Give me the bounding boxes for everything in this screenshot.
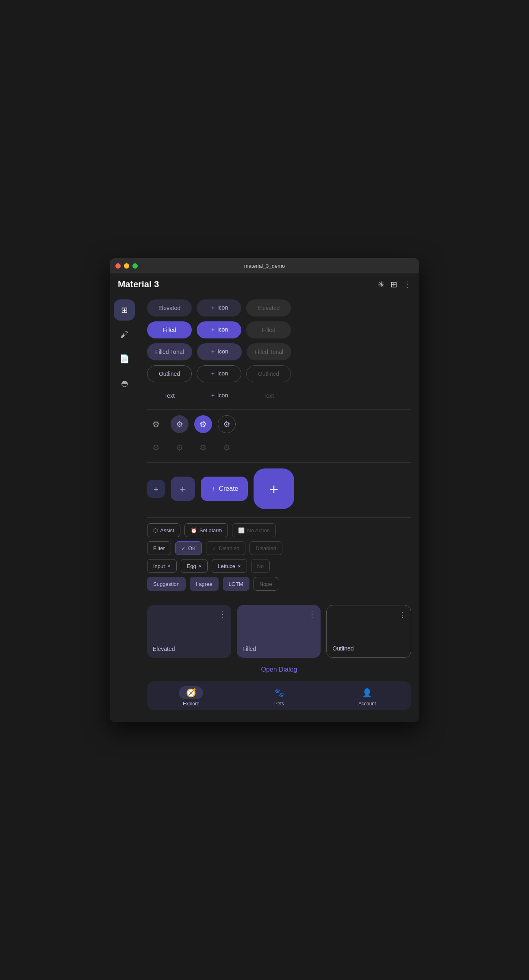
egg-close-icon[interactable]: × bbox=[199, 563, 202, 569]
set-alarm-label: Set alarm bbox=[199, 527, 222, 533]
open-dialog-button[interactable]: Open Dialog bbox=[261, 666, 297, 673]
input-label: Input bbox=[153, 563, 165, 569]
fab-small[interactable]: ＋ bbox=[147, 480, 165, 498]
app-header: Material 3 ✳ ⊞ ⋮ bbox=[110, 273, 419, 295]
filled-button[interactable]: Filled bbox=[147, 321, 192, 338]
pets-icon-wrap: 🐾 bbox=[267, 686, 291, 699]
filter-chip[interactable]: Filter bbox=[147, 541, 171, 555]
icon-btn-outlined-disabled: ⚙ bbox=[218, 439, 236, 457]
button-row-outlined: Outlined ＋ Icon Outlined bbox=[147, 365, 411, 382]
card-outlined[interactable]: ⋮ Outlined bbox=[326, 605, 411, 658]
paintbrush-icon: 🖌 bbox=[120, 330, 128, 339]
lettuce-chip[interactable]: Lettuce × bbox=[212, 559, 247, 573]
text-button[interactable]: Text bbox=[147, 387, 192, 404]
sidebar-item-document[interactable]: 📄 bbox=[114, 348, 135, 369]
card-elevated[interactable]: ⋮ Elevated bbox=[147, 605, 231, 658]
icon-button-row-1: ⚙ ⚙ ⚙ ⚙ bbox=[147, 415, 411, 433]
compass-icon: 🧭 bbox=[186, 688, 196, 698]
input-close-icon[interactable]: × bbox=[167, 563, 171, 569]
egg-chip[interactable]: Egg × bbox=[181, 559, 208, 573]
bottom-navigation: 🧭 Explore 🐾 Pets 👤 Account bbox=[147, 681, 411, 710]
assist-chip[interactable]: ⬡ Assist bbox=[147, 523, 180, 537]
maximize-button[interactable] bbox=[132, 263, 138, 269]
chip-row-suggestion: Suggestion I agree LGTM Nope bbox=[147, 577, 411, 591]
set-alarm-chip[interactable]: ⏰ Set alarm bbox=[184, 523, 228, 537]
button-section: Elevated ＋ Icon Elevated Filled ＋ Icon F… bbox=[147, 299, 411, 404]
i-agree-chip[interactable]: I agree bbox=[190, 577, 218, 591]
bottom-nav-explore[interactable]: 🧭 Explore bbox=[147, 686, 235, 707]
titlebar-buttons bbox=[115, 263, 138, 269]
text-disabled-button: Text bbox=[246, 387, 291, 404]
card-outlined-label: Outlined bbox=[332, 645, 405, 652]
divider-1 bbox=[147, 409, 411, 410]
chip-row-assist: ⬡ Assist ⏰ Set alarm ⬜ No Action bbox=[147, 523, 411, 537]
button-row-filled-tonal: Filled Tonal ＋ Icon Filled Tonal bbox=[147, 343, 411, 360]
app-layout: ⊞ 🖌 📄 ◓ Elevated ＋ Icon Elevated bbox=[110, 295, 419, 722]
explore-label: Explore bbox=[183, 701, 199, 707]
button-row-filled: Filled ＋ Icon Filled bbox=[147, 321, 411, 338]
assist-chip-icon: ⬡ bbox=[153, 527, 158, 533]
disabled-check-label: Disabled bbox=[219, 545, 240, 551]
elevated-button[interactable]: Elevated bbox=[147, 299, 192, 317]
ok-label: OK bbox=[188, 545, 196, 551]
explore-icon-wrap: 🧭 bbox=[179, 686, 203, 699]
lgtm-chip[interactable]: LGTM bbox=[223, 577, 249, 591]
divider-4 bbox=[147, 599, 411, 599]
pets-label: Pets bbox=[274, 701, 284, 707]
sidebar-item-color[interactable]: ◓ bbox=[114, 373, 135, 394]
assist-chip-label: Assist bbox=[160, 527, 174, 533]
chips-section: ⬡ Assist ⏰ Set alarm ⬜ No Action Fi bbox=[147, 523, 411, 591]
icon-btn-standard[interactable]: ⚙ bbox=[147, 415, 165, 433]
filled-icon-button[interactable]: ＋ Icon bbox=[197, 321, 241, 338]
elevated-disabled-button: Elevated bbox=[246, 299, 291, 317]
filter-label: Filter bbox=[153, 545, 165, 551]
filled-tonal-button[interactable]: Filled Tonal bbox=[147, 343, 192, 360]
disabled-check-chip: ✓ Disabled bbox=[206, 541, 246, 555]
bottom-nav-pets[interactable]: 🐾 Pets bbox=[235, 686, 323, 707]
no-action-chip: ⬜ No Action bbox=[232, 523, 276, 537]
button-row-elevated: Elevated ＋ Icon Elevated bbox=[147, 299, 411, 317]
icon-btn-filled[interactable]: ⚙ bbox=[194, 415, 212, 433]
card-elevated-menu-icon[interactable]: ⋮ bbox=[219, 610, 226, 619]
outlined-icon-button[interactable]: ＋ Icon bbox=[197, 365, 241, 382]
lettuce-close-icon[interactable]: × bbox=[238, 563, 241, 569]
grid-icon[interactable]: ⊞ bbox=[390, 280, 397, 289]
outlined-button[interactable]: Outlined bbox=[147, 365, 192, 382]
text-icon-button[interactable]: ＋ Icon bbox=[197, 387, 241, 404]
icon-btn-standard-disabled: ⚙ bbox=[147, 439, 165, 457]
more-vert-icon[interactable]: ⋮ bbox=[403, 280, 411, 289]
card-filled[interactable]: ⋮ Filled bbox=[237, 605, 321, 658]
sidebar-item-theme[interactable]: 🖌 bbox=[114, 324, 135, 345]
bottom-nav-account[interactable]: 👤 Account bbox=[323, 686, 411, 707]
lgtm-label: LGTM bbox=[229, 581, 243, 587]
no-action-icon: ⬜ bbox=[238, 527, 245, 533]
fab-extended[interactable]: ＋ Create bbox=[201, 477, 248, 501]
app-window: material_3_demo Material 3 ✳ ⊞ ⋮ ⊞ 🖌 📄 ◓ bbox=[110, 258, 419, 722]
ok-chip[interactable]: ✓ OK bbox=[175, 541, 202, 555]
input-chip[interactable]: Input × bbox=[147, 559, 177, 573]
icon-btn-filled-tonal[interactable]: ⚙ bbox=[171, 415, 189, 433]
close-button[interactable] bbox=[115, 263, 121, 269]
suggestion-chip[interactable]: Suggestion bbox=[147, 577, 186, 591]
disabled-label: Disabled bbox=[256, 545, 276, 551]
main-content: Elevated ＋ Icon Elevated Filled ＋ Icon F… bbox=[139, 295, 419, 722]
document-icon: 📄 bbox=[119, 354, 130, 364]
sidebar-item-components[interactable]: ⊞ bbox=[114, 299, 135, 321]
color-icon: ◓ bbox=[121, 378, 128, 388]
divider-2 bbox=[147, 462, 411, 463]
fab-large[interactable]: ＋ bbox=[254, 468, 294, 509]
fab-section: ＋ ＋ ＋ Create ＋ bbox=[147, 468, 411, 509]
brightness-icon[interactable]: ✳ bbox=[378, 280, 385, 289]
account-label: Account bbox=[358, 701, 376, 707]
card-outlined-menu-icon[interactable]: ⋮ bbox=[399, 610, 406, 619]
disabled-chip: Disabled bbox=[249, 541, 282, 555]
card-filled-menu-icon[interactable]: ⋮ bbox=[308, 610, 316, 619]
elevated-icon-button[interactable]: ＋ Icon bbox=[197, 299, 241, 317]
account-icon-wrap: 👤 bbox=[355, 686, 379, 699]
fab-medium[interactable]: ＋ bbox=[171, 477, 195, 501]
chip-row-input: Input × Egg × Lettuce × No bbox=[147, 559, 411, 573]
components-icon: ⊞ bbox=[121, 305, 128, 315]
icon-btn-outlined[interactable]: ⚙ bbox=[218, 415, 236, 433]
minimize-button[interactable] bbox=[124, 263, 129, 269]
filled-tonal-icon-button[interactable]: ＋ Icon bbox=[197, 343, 242, 360]
